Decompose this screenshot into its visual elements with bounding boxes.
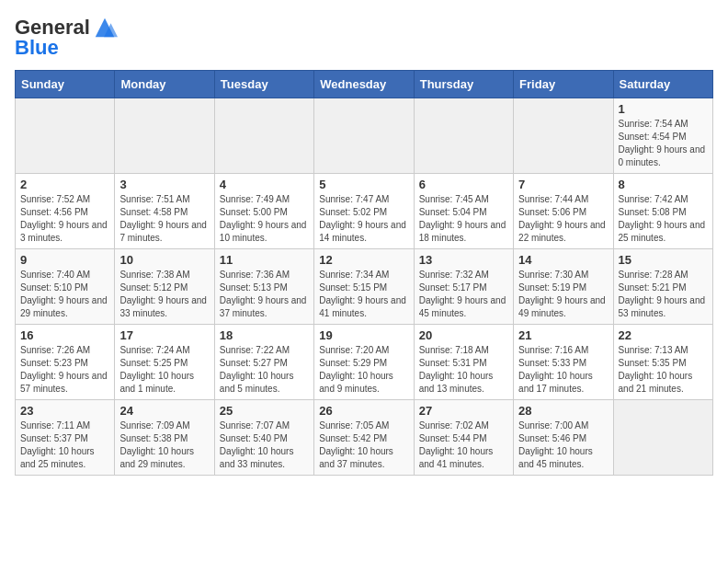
page-header: General Blue xyxy=(15,15,713,59)
day-info: Sunrise: 7:07 AM Sunset: 5:40 PM Dayligh… xyxy=(220,419,309,471)
calendar-cell xyxy=(16,98,115,174)
calendar-cell: 5Sunrise: 7:47 AM Sunset: 5:02 PM Daylig… xyxy=(314,174,414,249)
day-info: Sunrise: 7:26 AM Sunset: 5:23 PM Dayligh… xyxy=(20,344,109,396)
day-info: Sunrise: 7:11 AM Sunset: 5:37 PM Dayligh… xyxy=(20,419,109,471)
calendar-cell: 16Sunrise: 7:26 AM Sunset: 5:23 PM Dayli… xyxy=(16,325,115,400)
calendar-cell: 17Sunrise: 7:24 AM Sunset: 5:25 PM Dayli… xyxy=(115,325,214,400)
day-number: 17 xyxy=(119,328,209,342)
day-number: 13 xyxy=(419,253,508,267)
day-info: Sunrise: 7:34 AM Sunset: 5:15 PM Dayligh… xyxy=(319,269,408,320)
day-number: 1 xyxy=(619,102,708,116)
day-number: 15 xyxy=(619,253,708,267)
day-number: 6 xyxy=(419,178,508,191)
calendar-cell: 19Sunrise: 7:20 AM Sunset: 5:29 PM Dayli… xyxy=(314,325,414,400)
day-number: 19 xyxy=(319,328,408,342)
day-number: 14 xyxy=(518,253,608,267)
calendar-cell: 2Sunrise: 7:52 AM Sunset: 4:56 PM Daylig… xyxy=(16,174,115,249)
calendar-cell: 23Sunrise: 7:11 AM Sunset: 5:37 PM Dayli… xyxy=(16,400,115,476)
day-number: 9 xyxy=(20,253,109,267)
calendar-cell xyxy=(613,400,712,476)
calendar-cell: 13Sunrise: 7:32 AM Sunset: 5:17 PM Dayli… xyxy=(414,249,513,325)
day-info: Sunrise: 7:52 AM Sunset: 4:56 PM Dayligh… xyxy=(20,193,109,245)
calendar-cell: 14Sunrise: 7:30 AM Sunset: 5:19 PM Dayli… xyxy=(514,249,613,325)
calendar-cell: 1Sunrise: 7:54 AM Sunset: 4:54 PM Daylig… xyxy=(613,98,712,174)
calendar-cell: 21Sunrise: 7:16 AM Sunset: 5:33 PM Dayli… xyxy=(514,325,613,400)
calendar-cell: 20Sunrise: 7:18 AM Sunset: 5:31 PM Dayli… xyxy=(414,325,513,400)
day-number: 16 xyxy=(20,328,109,342)
day-number: 25 xyxy=(220,404,309,418)
calendar-cell: 4Sunrise: 7:49 AM Sunset: 5:00 PM Daylig… xyxy=(214,174,313,249)
day-info: Sunrise: 7:20 AM Sunset: 5:29 PM Dayligh… xyxy=(319,344,408,396)
day-info: Sunrise: 7:38 AM Sunset: 5:12 PM Dayligh… xyxy=(119,269,209,320)
day-info: Sunrise: 7:05 AM Sunset: 5:42 PM Dayligh… xyxy=(319,419,408,471)
calendar-cell: 3Sunrise: 7:51 AM Sunset: 4:58 PM Daylig… xyxy=(115,174,214,249)
day-info: Sunrise: 7:24 AM Sunset: 5:25 PM Dayligh… xyxy=(119,344,209,396)
day-info: Sunrise: 7:40 AM Sunset: 5:10 PM Dayligh… xyxy=(20,269,109,320)
day-number: 7 xyxy=(518,178,608,191)
calendar-cell xyxy=(314,98,414,174)
weekday-header-thursday: Thursday xyxy=(414,71,513,98)
day-number: 12 xyxy=(319,253,408,267)
day-info: Sunrise: 7:49 AM Sunset: 5:00 PM Dayligh… xyxy=(220,193,309,245)
calendar-cell: 18Sunrise: 7:22 AM Sunset: 5:27 PM Dayli… xyxy=(214,325,313,400)
calendar-cell: 12Sunrise: 7:34 AM Sunset: 5:15 PM Dayli… xyxy=(314,249,414,325)
weekday-header-wednesday: Wednesday xyxy=(314,71,414,98)
day-info: Sunrise: 7:00 AM Sunset: 5:46 PM Dayligh… xyxy=(518,419,608,471)
day-info: Sunrise: 7:22 AM Sunset: 5:27 PM Dayligh… xyxy=(220,344,309,396)
calendar-cell: 8Sunrise: 7:42 AM Sunset: 5:08 PM Daylig… xyxy=(613,174,712,249)
day-info: Sunrise: 7:51 AM Sunset: 4:58 PM Dayligh… xyxy=(119,193,209,245)
weekday-header-sunday: Sunday xyxy=(16,71,115,98)
day-info: Sunrise: 7:47 AM Sunset: 5:02 PM Dayligh… xyxy=(319,193,408,245)
day-info: Sunrise: 7:16 AM Sunset: 5:33 PM Dayligh… xyxy=(518,344,608,396)
day-number: 23 xyxy=(20,404,109,418)
day-number: 22 xyxy=(619,328,708,342)
weekday-header-saturday: Saturday xyxy=(613,71,712,98)
day-info: Sunrise: 7:36 AM Sunset: 5:13 PM Dayligh… xyxy=(220,269,309,320)
calendar-cell: 25Sunrise: 7:07 AM Sunset: 5:40 PM Dayli… xyxy=(214,400,313,476)
calendar-cell: 28Sunrise: 7:00 AM Sunset: 5:46 PM Dayli… xyxy=(514,400,613,476)
day-number: 5 xyxy=(319,178,408,191)
calendar-cell: 11Sunrise: 7:36 AM Sunset: 5:13 PM Dayli… xyxy=(214,249,313,325)
calendar-cell xyxy=(115,98,214,174)
day-info: Sunrise: 7:09 AM Sunset: 5:38 PM Dayligh… xyxy=(119,419,209,471)
weekday-header-monday: Monday xyxy=(115,71,214,98)
day-number: 24 xyxy=(119,404,209,418)
weekday-header-tuesday: Tuesday xyxy=(214,71,313,98)
day-number: 4 xyxy=(220,178,309,191)
weekday-header-friday: Friday xyxy=(514,71,613,98)
day-number: 18 xyxy=(220,328,309,342)
calendar-cell: 6Sunrise: 7:45 AM Sunset: 5:04 PM Daylig… xyxy=(414,174,513,249)
calendar-cell: 26Sunrise: 7:05 AM Sunset: 5:42 PM Dayli… xyxy=(314,400,414,476)
day-info: Sunrise: 7:44 AM Sunset: 5:06 PM Dayligh… xyxy=(518,193,608,245)
day-number: 3 xyxy=(119,178,209,191)
logo-icon xyxy=(92,15,118,40)
day-number: 21 xyxy=(518,328,608,342)
day-info: Sunrise: 7:02 AM Sunset: 5:44 PM Dayligh… xyxy=(419,419,508,471)
day-info: Sunrise: 7:28 AM Sunset: 5:21 PM Dayligh… xyxy=(619,269,708,320)
calendar-cell: 27Sunrise: 7:02 AM Sunset: 5:44 PM Dayli… xyxy=(414,400,513,476)
day-number: 20 xyxy=(419,328,508,342)
calendar-table: SundayMondayTuesdayWednesdayThursdayFrid… xyxy=(15,70,713,476)
calendar-cell: 22Sunrise: 7:13 AM Sunset: 5:35 PM Dayli… xyxy=(613,325,712,400)
day-number: 2 xyxy=(20,178,109,191)
logo: General Blue xyxy=(15,15,118,59)
calendar-cell: 7Sunrise: 7:44 AM Sunset: 5:06 PM Daylig… xyxy=(514,174,613,249)
day-number: 8 xyxy=(619,178,708,191)
day-number: 10 xyxy=(119,253,209,267)
calendar-cell: 24Sunrise: 7:09 AM Sunset: 5:38 PM Dayli… xyxy=(115,400,214,476)
day-info: Sunrise: 7:45 AM Sunset: 5:04 PM Dayligh… xyxy=(419,193,508,245)
calendar-cell: 10Sunrise: 7:38 AM Sunset: 5:12 PM Dayli… xyxy=(115,249,214,325)
day-info: Sunrise: 7:13 AM Sunset: 5:35 PM Dayligh… xyxy=(619,344,708,396)
day-number: 27 xyxy=(419,404,508,418)
calendar-cell: 9Sunrise: 7:40 AM Sunset: 5:10 PM Daylig… xyxy=(16,249,115,325)
day-number: 26 xyxy=(319,404,408,418)
day-info: Sunrise: 7:42 AM Sunset: 5:08 PM Dayligh… xyxy=(619,193,708,245)
calendar-cell xyxy=(514,98,613,174)
day-number: 28 xyxy=(518,404,608,418)
calendar-cell xyxy=(414,98,513,174)
day-info: Sunrise: 7:30 AM Sunset: 5:19 PM Dayligh… xyxy=(518,269,608,320)
calendar-cell: 15Sunrise: 7:28 AM Sunset: 5:21 PM Dayli… xyxy=(613,249,712,325)
day-info: Sunrise: 7:32 AM Sunset: 5:17 PM Dayligh… xyxy=(419,269,508,320)
day-info: Sunrise: 7:18 AM Sunset: 5:31 PM Dayligh… xyxy=(419,344,508,396)
calendar-cell xyxy=(214,98,313,174)
